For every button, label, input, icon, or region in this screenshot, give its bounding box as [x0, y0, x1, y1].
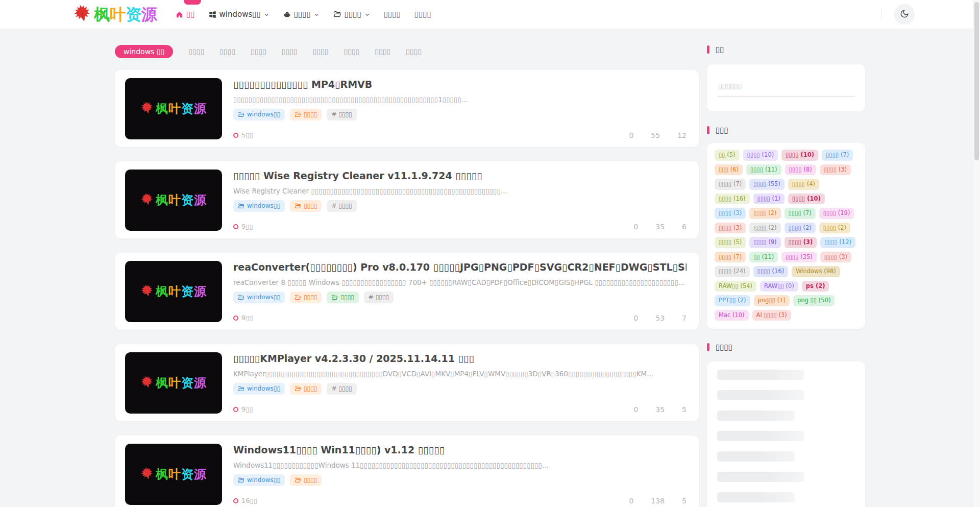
tag-cloud-item[interactable]: ▯▯▯▯ (11) — [746, 164, 781, 176]
category-badge[interactable]: ▯▯▯▯ — [290, 383, 322, 395]
tag-cloud-item[interactable]: ▯▯▯▯ (2) — [749, 208, 780, 219]
category-badge[interactable]: ▯▯▯▯ — [290, 200, 322, 212]
filter-chip[interactable]: ▯▯▯▯ — [251, 47, 266, 56]
windows-icon — [209, 11, 216, 18]
post-title[interactable]: ▯▯▯▯▯ Wise Registry Cleaner v11.1.9.724 … — [233, 170, 687, 181]
nav-item-label: ▯▯▯▯ — [345, 10, 361, 19]
tag-cloud-item[interactable]: ▯▯▯▯ (7) — [715, 252, 746, 263]
post-thumbnail[interactable]: 枫叶资源 — [125, 352, 222, 414]
tag-cloud-item[interactable]: ▯▯▯▯ (7) — [822, 150, 853, 161]
tag-cloud-item[interactable]: ▯▯▯▯ (3) — [715, 208, 746, 219]
page-scrollbar[interactable] — [973, 0, 980, 507]
tag-cloud-item[interactable]: ▯▯▯▯ (12) — [820, 237, 855, 248]
tag-cloud-item[interactable]: ▯▯▯▯ (10) — [788, 194, 825, 205]
tag-cloud-item[interactable]: ▯▯▯▯ (35) — [781, 252, 817, 263]
filter-chip[interactable]: ▯▯▯▯ — [313, 47, 329, 56]
filter-chip[interactable]: ▯▯▯▯ — [219, 47, 235, 56]
badge-label: ▯▯▯▯ — [340, 294, 354, 300]
tag-cloud-item[interactable]: ps (2) — [802, 281, 829, 292]
filter-chip[interactable]: ▯▯▯▯ — [282, 47, 298, 56]
tag-cloud-item[interactable]: PPT▯▯ (2) — [715, 295, 750, 306]
category-badge[interactable]: ▯▯▯▯ — [290, 474, 322, 486]
category-badge[interactable]: ▯▯▯▯ — [290, 292, 322, 303]
tag-cloud-item[interactable]: RAW▯▯ (54) — [715, 281, 756, 292]
nav-item-windows-software[interactable]: windows▯▯ — [209, 10, 270, 19]
sidebar-recent-header: ▯▯▯▯ — [707, 342, 865, 352]
category-badge[interactable]: ▯▯▯▯ — [327, 292, 358, 303]
theme-toggle-button[interactable] — [894, 4, 915, 25]
tag-cloud-item[interactable]: ▯▯▯▯ (9) — [749, 237, 780, 248]
tag-cloud-item[interactable]: ▯▯▯▯ (3) — [715, 223, 746, 234]
tag-cloud-item[interactable]: ▯▯▯▯ (2) — [819, 223, 850, 234]
search-input[interactable] — [717, 80, 855, 96]
tag-cloud-item[interactable]: ▯▯▯▯ (3) — [820, 164, 851, 176]
tag-cloud-item[interactable]: png▯▯ (1) — [754, 295, 790, 306]
meta-row: 9▯▯0355 — [233, 405, 687, 414]
tag-cloud-item[interactable]: Mac (10) — [715, 310, 749, 321]
filter-chip[interactable]: ▯▯▯▯ — [188, 47, 204, 56]
tag-badge[interactable]: # ▯▯▯▯ — [364, 292, 394, 303]
post-title[interactable]: ▯▯▯▯▯▯▯▯▯▯▯▯▯▯ MP4▯RMVB — [233, 79, 687, 90]
logo-char: 源 — [194, 467, 207, 481]
nav-item-android-software[interactable]: ▯▯▯▯ — [283, 10, 320, 19]
tag-cloud-item[interactable]: ▯▯▯▯ (10) — [743, 150, 778, 161]
category-badge[interactable]: windows▯▯ — [233, 109, 285, 120]
tag-cloud-item[interactable]: ▯▯▯▯ (5) — [715, 237, 746, 248]
post-time: 9▯▯ — [233, 223, 253, 230]
tag-badge[interactable]: # ▯▯▯▯ — [327, 383, 356, 395]
tag-cloud-item[interactable]: ▯▯▯▯ (4) — [788, 179, 819, 190]
filter-chip[interactable]: ▯▯▯▯ — [344, 47, 359, 56]
tag-cloud-item[interactable]: ▯▯▯▯ (19) — [819, 208, 854, 219]
post-thumbnail[interactable]: 枫叶资源 — [125, 261, 222, 322]
nav-item-other-categories[interactable]: ▯▯▯▯ — [333, 10, 370, 19]
post-title[interactable]: ▯▯▯▯▯KMPlayer v4.2.3.30 / 2025.11.14.11 … — [233, 353, 687, 364]
tag-cloud-item[interactable]: ▯▯▯▯ (7) — [785, 208, 816, 219]
tag-cloud-item[interactable]: AI ▯▯▯▯ (3) — [752, 310, 791, 321]
filter-chip[interactable]: ▯▯▯▯ — [375, 47, 390, 56]
badge-row: windows▯▯▯▯▯▯# ▯▯▯▯ — [233, 383, 687, 395]
tag-cloud-item[interactable]: ▯▯▯▯ (3) — [820, 252, 851, 263]
sidebar-section-title: ▯▯▯ — [716, 126, 728, 135]
category-badge[interactable]: windows▯▯ — [233, 474, 285, 486]
filter-chip-active[interactable]: windows ▯▯ — [115, 45, 173, 58]
category-badge[interactable]: ▯▯▯▯ — [290, 109, 322, 120]
tag-cloud-item[interactable]: ▯▯▯ (6) — [715, 164, 743, 176]
tag-cloud-item[interactable]: ▯▯▯▯ (55) — [749, 179, 785, 190]
post-thumbnail[interactable]: 枫叶资源 — [125, 78, 222, 139]
android-icon — [283, 11, 291, 18]
category-badge[interactable]: windows▯▯ — [233, 292, 285, 303]
tag-cloud-item[interactable]: ▯▯▯▯ (3) — [785, 237, 817, 248]
post-thumbnail[interactable]: 枫叶资源 — [125, 170, 222, 231]
site-logo[interactable]: 枫叶资源 — [73, 4, 157, 25]
post-thumbnail[interactable]: 枫叶资源 — [125, 444, 222, 505]
tag-cloud-item[interactable]: RAW▯▯ (0) — [760, 281, 798, 292]
tag-badge[interactable]: # ▯▯▯▯ — [327, 109, 356, 120]
tag-cloud-item[interactable]: ▯▯▯▯ (2) — [749, 223, 780, 234]
scrollbar-thumb[interactable] — [974, 2, 979, 160]
tag-cloud-item[interactable]: png ▯▯ (50) — [793, 295, 835, 306]
tag-cloud-item[interactable]: ▯▯▯▯ (1) — [753, 194, 785, 205]
nav-item-home[interactable]: ▯▯ — [176, 10, 195, 19]
nav-item-about[interactable]: ▯▯▯▯ — [414, 10, 431, 19]
filter-chip[interactable]: ▯▯▯▯ — [406, 47, 422, 56]
tag-cloud-item[interactable]: ▯▯▯▯ (24) — [715, 266, 750, 277]
tag-cloud-item[interactable]: ▯▯▯▯ (2) — [785, 223, 816, 234]
tag-cloud-item[interactable]: ▯▯▯▯ (16) — [715, 194, 750, 205]
tag-cloud-item[interactable]: ▯▯▯▯ (10) — [781, 150, 818, 161]
post-title[interactable]: Windows11▯▯▯▯ Win11▯▯▯▯) v1.12 ▯▯▯▯▯ — [233, 444, 687, 455]
post-title[interactable]: reaConverter(▯▯▯▯▯▯▯▯) Pro v8.0.170 ▯▯▯▯… — [233, 261, 687, 273]
skeleton-placeholder — [717, 431, 804, 441]
tag-cloud-item[interactable]: ▯▯▯▯ (7) — [715, 179, 746, 190]
nav-item-links[interactable]: ▯▯▯▯ — [384, 10, 401, 19]
like-count: 6 — [682, 223, 687, 231]
badge-label: ▯▯▯▯ — [304, 111, 317, 117]
tag-cloud-item[interactable]: ▯▯ (5) — [715, 150, 740, 161]
tag-cloud-item[interactable]: Windows (98) — [792, 266, 840, 277]
category-badge[interactable]: windows▯▯ — [233, 200, 285, 212]
tag-cloud-item[interactable]: ▯▯ (11) — [749, 252, 778, 263]
category-badge[interactable]: windows▯▯ — [233, 383, 285, 395]
tag-cloud-item[interactable]: ▯▯▯▯ (16) — [753, 266, 789, 277]
tag-badge[interactable]: # ▯▯▯▯ — [327, 200, 356, 212]
folder-open-icon — [331, 294, 338, 301]
tag-cloud-item[interactable]: ▯▯▯▯ (8) — [785, 164, 816, 176]
